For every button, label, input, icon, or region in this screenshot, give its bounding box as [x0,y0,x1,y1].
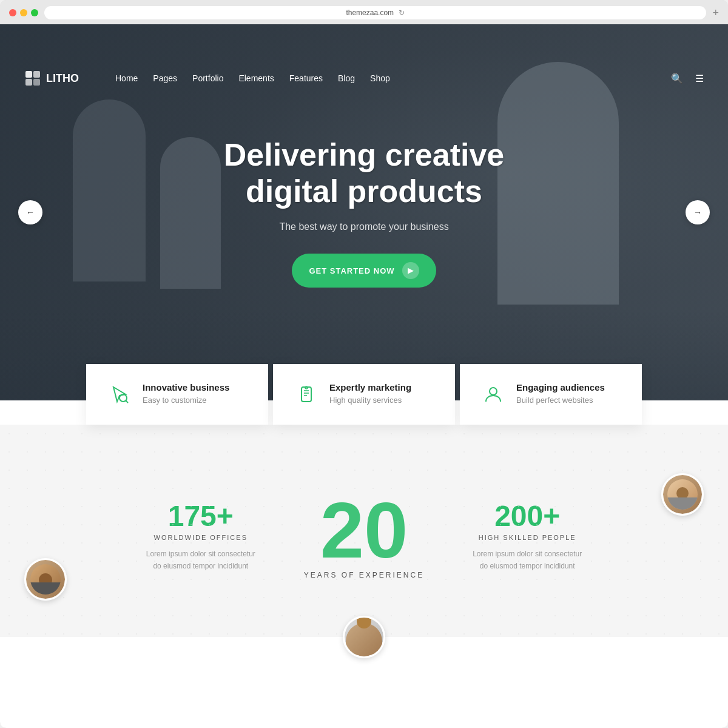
avatar-left [24,558,67,601]
prev-arrow-icon: ← [26,207,35,217]
stat-people-desc: Lorem ipsum dolor sit consecteturdo eius… [473,548,582,571]
avatar-right [661,473,704,516]
feature-card-3: Engaging audiences Build perfect website… [460,364,642,425]
stat-people: 200+ HIGH SKILLED PEOPLE Lorem ipsum dol… [473,502,582,571]
stat-offices-number: 175+ [146,502,255,531]
feature-text-1: Innovative business Easy to customize [143,382,229,405]
stat-offices: 175+ WORLDWIDE OFFICES Lorem ipsum dolor… [146,502,255,571]
play-icon: ▶ [402,262,419,279]
nav-links: Home Pages Portfolio Elements Features B… [115,73,390,83]
feature-desc-3: Build perfect websites [516,396,605,405]
logo-icon [24,70,41,87]
svg-rect-0 [25,71,32,78]
svg-point-11 [490,388,497,395]
minimize-button[interactable] [20,9,27,16]
feature-title-1: Innovative business [143,382,229,393]
search-icon[interactable]: 🔍 [671,73,683,84]
svg-rect-3 [33,79,40,86]
feature-title-2: Expertly marketing [329,382,411,393]
hero-subtitle: The best way to promote your business [224,221,504,232]
feature-card-2: Expertly marketing High quality services [273,364,455,425]
nav-home[interactable]: Home [115,73,138,83]
tag-icon [294,382,318,406]
nav-features[interactable]: Features [289,73,323,83]
feature-desc-2: High quality services [329,396,411,405]
menu-icon[interactable]: ☰ [695,73,704,84]
url-text: themezaa.com [346,8,394,17]
avatar-bottom [343,616,385,658]
svg-rect-2 [25,79,32,86]
feature-cards: Innovative business Easy to customize [0,364,728,425]
feature-text-2: Expertly marketing High quality services [329,382,411,405]
close-button[interactable] [9,9,16,16]
refresh-icon[interactable]: ↻ [399,8,405,17]
stat-people-number: 200+ [473,502,582,531]
feature-title-3: Engaging audiences [516,382,605,393]
address-bar[interactable]: themezaa.com ↻ [44,6,706,19]
stat-offices-desc: Lorem ipsum dolor sit consecteturdo eius… [146,548,255,571]
svg-line-5 [126,400,128,403]
next-arrow-icon: → [693,207,702,217]
nav-blog[interactable]: Blog [338,73,355,83]
stat-years-number: 20 [304,495,424,566]
svg-rect-1 [33,71,40,78]
add-tab-button[interactable]: + [712,7,719,19]
feature-desc-1: Easy to customize [143,396,229,405]
stats-section: 175+ WORLDWIDE OFFICES Lorem ipsum dolor… [0,425,728,637]
cursor-icon [107,382,132,406]
nav-elements[interactable]: Elements [238,73,274,83]
prev-slide-button[interactable]: ← [18,200,42,224]
navbar: LITHO Home Pages Portfolio Elements Feat… [0,58,728,99]
nav-shop[interactable]: Shop [370,73,390,83]
nav-portfolio[interactable]: Portfolio [192,73,223,83]
logo[interactable]: LITHO [24,70,79,87]
stat-people-label: HIGH SKILLED PEOPLE [473,534,582,541]
cta-label: GET STARTED NOW [309,266,394,275]
feature-text-3: Engaging audiences Build perfect website… [516,382,605,405]
logo-text: LITHO [46,72,79,85]
stat-experience: 20 YEARS OF EXPERIENCE [304,495,424,579]
stat-offices-label: WORLDWIDE OFFICES [146,534,255,541]
maximize-button[interactable] [31,9,38,16]
next-slide-button[interactable]: → [686,200,710,224]
feature-card-1: Innovative business Easy to customize [86,364,268,425]
user-icon [481,382,505,406]
nav-pages[interactable]: Pages [153,73,177,83]
hero-content: Delivering creative digital products The… [224,137,504,288]
cta-button[interactable]: GET STARTED NOW ▶ [292,254,436,288]
hero-title: Delivering creative digital products [224,137,504,210]
